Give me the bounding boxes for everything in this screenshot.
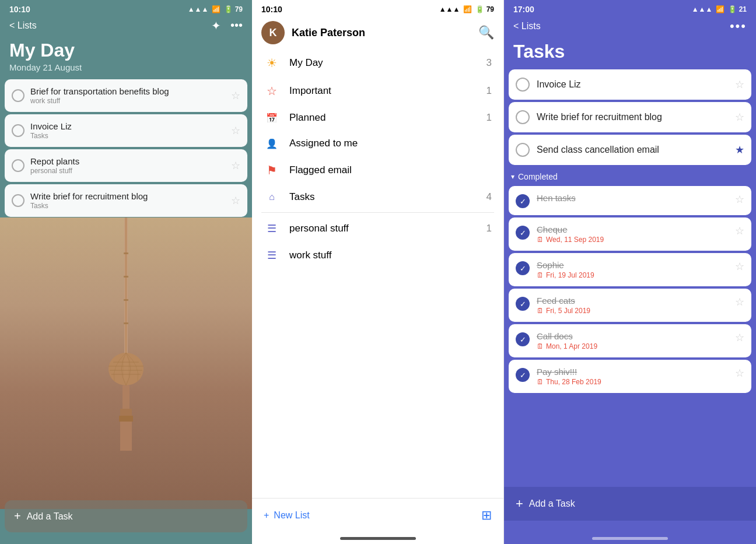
svg-point-1 — [108, 353, 144, 385]
check-circle-2: ✓ — [516, 226, 530, 240]
myday-count: 3 — [487, 57, 492, 69]
completed-star-5[interactable]: ☆ — [735, 331, 744, 344]
completed-task-6[interactable]: ✓ Pay shiv!!! 🗓 Thu, 28 Feb 2019 ☆ — [509, 360, 751, 393]
nav-item-tasks[interactable]: ⌂ Tasks 4 — [252, 184, 503, 210]
task-sub-3: personal stuff — [30, 167, 225, 175]
search-icon[interactable]: 🔍 — [478, 25, 494, 40]
task-star-1[interactable]: ☆ — [735, 78, 744, 91]
panel-lists: 10:10 ▲▲▲ 📶 🔋 79 K Katie Paterson 🔍 ☀ My… — [252, 0, 504, 544]
page-title-myday: My Day — [0, 37, 252, 61]
panel-tasks: 17:00 ▲▲▲ 📶 🔋 21 < Lists ••• Tasks Invoi… — [504, 0, 756, 544]
completed-title-1: Hen tasks — [537, 193, 728, 203]
custom-list-personal[interactable]: ☰ personal stuff 1 — [252, 215, 503, 242]
star-4[interactable]: ☆ — [231, 194, 240, 207]
tasks-nav-label: Tasks — [289, 191, 477, 203]
plus-icon-tasks: + — [516, 496, 523, 511]
chevron-down-icon: ▾ — [511, 173, 514, 181]
task-circle-1[interactable] — [12, 89, 24, 102]
add-task-bar[interactable]: + Add a Task — [5, 500, 247, 532]
signal-icon-3: ▲▲▲ — [692, 5, 713, 13]
active-task-2[interactable]: Write brief for recruitment blog ☆ — [509, 102, 751, 132]
completed-task-5[interactable]: ✓ Call docs 🗓 Mon, 1 Apr 2019 ☆ — [509, 324, 751, 357]
completed-header[interactable]: ▾ Completed — [509, 167, 751, 186]
completed-task-1[interactable]: ✓ Hen tasks ☆ — [509, 186, 751, 215]
completed-text-2: Cheque 🗓 Wed, 11 Sep 2019 — [537, 224, 728, 244]
calendar-icon-6: 🗓 — [537, 378, 544, 386]
checkmark-5: ✓ — [520, 335, 526, 344]
completed-star-2[interactable]: ☆ — [735, 224, 744, 237]
completed-star-1[interactable]: ☆ — [735, 193, 744, 206]
completed-star-4[interactable]: ☆ — [735, 296, 744, 308]
plus-icon: + — [14, 510, 21, 523]
task-row-4[interactable]: Write brief for recruitment blog Tasks ☆ — [5, 184, 247, 217]
brightness-icon[interactable]: ✦ — [211, 19, 221, 33]
planned-count: 1 — [487, 112, 492, 124]
task-text-3: Repot plants personal stuff — [30, 156, 225, 175]
more-options-tasks[interactable]: ••• — [730, 19, 747, 34]
completed-star-6[interactable]: ☆ — [735, 367, 744, 380]
task-row-2[interactable]: Invoice Liz Tasks ☆ — [5, 114, 247, 147]
back-to-lists[interactable]: < Lists — [9, 20, 37, 31]
completed-title-5: Call docs — [537, 331, 728, 341]
completed-date-4: 🗓 Fri, 5 Jul 2019 — [537, 307, 728, 315]
completed-text-6: Pay shiv!!! 🗓 Thu, 28 Feb 2019 — [537, 367, 728, 386]
checkmark-4: ✓ — [520, 300, 526, 308]
home-indicator-3 — [504, 532, 756, 544]
planned-nav-label: Planned — [289, 112, 477, 124]
checkmark-1: ✓ — [520, 197, 526, 206]
completed-title-6: Pay shiv!!! — [537, 367, 728, 377]
status-bar-myday: 10:10 ▲▲▲ 📶 🔋 79 — [0, 0, 252, 16]
task-circle-2[interactable] — [12, 124, 24, 137]
nav-item-assigned[interactable]: 👤 Assigned to me — [252, 131, 503, 156]
active-task-1[interactable]: Invoice Liz ☆ — [509, 69, 751, 100]
svg-rect-6 — [125, 217, 127, 353]
flagged-nav-label: Flagged email — [289, 164, 482, 176]
task-empty-circle-1[interactable] — [516, 78, 530, 92]
task-row-3[interactable]: Repot plants personal stuff ☆ — [5, 149, 247, 182]
task-star-2[interactable]: ☆ — [735, 111, 744, 124]
task-title-1: Brief for transportation benefits blog — [30, 86, 225, 96]
nav-item-planned[interactable]: 📅 Planned 1 — [252, 105, 503, 131]
more-icon[interactable]: ••• — [230, 19, 243, 33]
new-list-button[interactable]: + New List — [264, 510, 310, 521]
planned-icon: 📅 — [264, 113, 280, 124]
active-task-title-2: Write brief for recruitment blog — [537, 112, 728, 122]
wifi-icon: 📶 — [212, 5, 220, 13]
task-row-1[interactable]: Brief for transportation benefits blog w… — [5, 79, 247, 112]
task-empty-circle-3[interactable] — [516, 143, 530, 157]
back-to-lists-tasks[interactable]: < Lists — [513, 21, 541, 31]
active-task-3[interactable]: Send class cancellation email ★ — [509, 135, 751, 165]
status-bar-lists: 10:10 ▲▲▲ 📶 🔋 79 — [252, 0, 503, 16]
myday-nav-label: My Day — [289, 57, 477, 69]
myday-icon: ☀ — [264, 56, 280, 70]
task-circle-4[interactable] — [12, 194, 24, 207]
custom-list-work[interactable]: ☰ work stuff — [252, 242, 503, 269]
personal-list-count: 1 — [487, 223, 492, 234]
nav-item-flagged[interactable]: ⚑ Flagged email — [252, 156, 503, 184]
page-subtitle-myday: Monday 21 August — [0, 61, 252, 79]
task-title-3: Repot plants — [30, 156, 225, 166]
completed-star-3[interactable]: ☆ — [735, 260, 744, 273]
check-circle-1: ✓ — [516, 194, 530, 208]
star-1[interactable]: ☆ — [231, 89, 240, 102]
task-circle-3[interactable] — [12, 159, 24, 172]
completed-task-3[interactable]: ✓ Sophie 🗓 Fri, 19 Jul 2019 ☆ — [509, 253, 751, 286]
star-3[interactable]: ☆ — [231, 159, 240, 172]
tasks-icon: ⌂ — [264, 192, 280, 202]
add-task-bar-tasks[interactable]: + Add a Task — [504, 487, 756, 521]
completed-title-4: Feed cats — [537, 296, 728, 306]
grid-icon[interactable]: ⊞ — [481, 508, 492, 523]
star-2[interactable]: ☆ — [231, 124, 240, 137]
check-circle-3: ✓ — [516, 261, 530, 275]
task-sub-1: work stuff — [30, 97, 225, 105]
completed-task-2[interactable]: ✓ Cheque 🗓 Wed, 11 Sep 2019 ☆ — [509, 217, 751, 251]
nav-item-myday[interactable]: ☀ My Day 3 — [252, 49, 503, 77]
task-star-3[interactable]: ★ — [735, 143, 744, 156]
completed-task-4[interactable]: ✓ Feed cats 🗓 Fri, 5 Jul 2019 ☆ — [509, 289, 751, 322]
completed-text-1: Hen tasks — [537, 193, 728, 203]
task-empty-circle-2[interactable] — [516, 110, 530, 124]
section-divider — [261, 212, 494, 213]
important-nav-label: Important — [289, 85, 477, 97]
nav-item-important[interactable]: ☆ Important 1 — [252, 77, 503, 105]
calendar-icon-2: 🗓 — [537, 236, 544, 244]
